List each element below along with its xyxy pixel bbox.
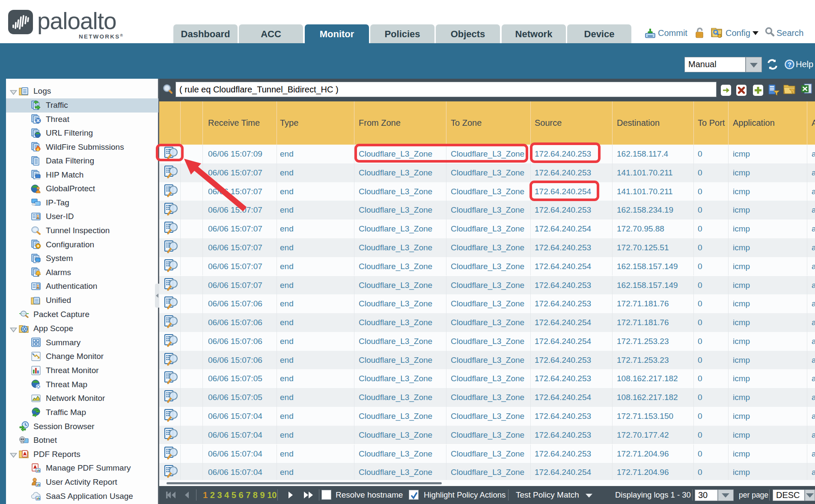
svg-text:?: ? (788, 61, 791, 68)
